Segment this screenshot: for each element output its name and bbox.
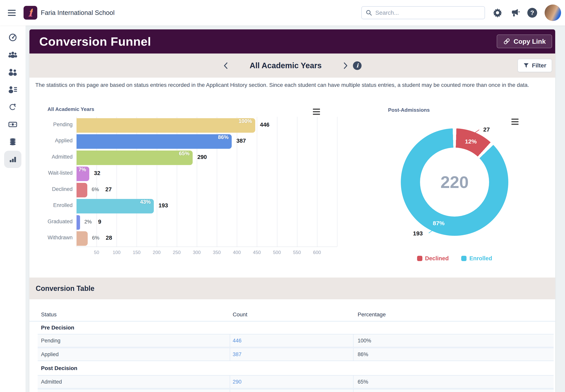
- top-navbar: f Faria International School ?: [0, 0, 565, 26]
- row-band: [38, 348, 554, 361]
- bar-withdrawn: [76, 231, 88, 246]
- bar-percent-label: 65%: [179, 151, 190, 165]
- card-header: Conversion Funnel Copy Link: [30, 29, 555, 54]
- user-avatar[interactable]: [545, 4, 561, 21]
- cell-status: Pending: [41, 334, 60, 347]
- count-link[interactable]: 32: [233, 389, 238, 392]
- x-tick-label: 100: [109, 250, 124, 255]
- cell-status: Wait-listed: [41, 389, 66, 392]
- table-row: Pending446100%: [30, 334, 555, 347]
- bar-admitted: 65%: [76, 151, 193, 165]
- gridline: [277, 117, 277, 247]
- bar-chart-menu-icon[interactable]: [313, 109, 321, 115]
- sidebar-item-billing[interactable]: [4, 116, 21, 133]
- link-icon: [503, 38, 510, 45]
- x-tick-label: 250: [169, 250, 185, 255]
- gridline: [257, 117, 257, 247]
- cell-percentage: 86%: [358, 348, 368, 361]
- copy-link-button[interactable]: Copy Link: [497, 34, 552, 48]
- bar-category-label: Graduated: [30, 219, 73, 226]
- x-tick-label: 50: [89, 250, 104, 255]
- chevron-right-icon[interactable]: [343, 62, 348, 70]
- period-label: All Academic Years: [250, 61, 322, 70]
- help-icon[interactable]: ?: [527, 8, 537, 18]
- x-tick-label: 550: [289, 250, 305, 255]
- question-mark-icon: ?: [527, 8, 537, 18]
- conversion-funnel-card: Conversion Funnel Copy Link All Academic…: [30, 29, 555, 392]
- bar-category-label: Declined: [30, 186, 73, 194]
- bar-applied: 86%: [76, 134, 232, 149]
- gridline: [337, 117, 337, 247]
- x-tick-label: 500: [269, 250, 285, 255]
- period-subheader: All Academic Years i Filter: [30, 54, 555, 78]
- x-tick-label: 300: [189, 250, 205, 255]
- donut-chart-menu-icon[interactable]: [511, 119, 519, 125]
- x-tick-label: 400: [229, 250, 245, 255]
- count-link[interactable]: 290: [233, 375, 241, 389]
- column-separator: [230, 375, 230, 389]
- column-status: Status: [41, 308, 57, 322]
- sidebar-item-re-enrollment[interactable]: [4, 98, 21, 116]
- column-separator: [353, 334, 354, 347]
- legend-enrolled-label: Enrolled: [469, 255, 492, 262]
- x-axis-line: [76, 247, 337, 247]
- bar-category-label: Applied: [30, 138, 73, 145]
- count-link[interactable]: 387: [233, 348, 241, 361]
- refresh-icon: [8, 102, 17, 112]
- bar-percent-label: 100%: [238, 118, 252, 133]
- bar-wait-listed: 7%: [76, 167, 89, 181]
- bar-count-label: 290: [197, 154, 207, 162]
- section-label: Pre Decision: [41, 322, 74, 334]
- declined-swatch-icon: [417, 256, 422, 261]
- sidebar-item-database[interactable]: [4, 133, 21, 151]
- bar-count-label: 387: [236, 138, 246, 145]
- bar-count-label: 9: [98, 219, 101, 226]
- school-logo: f: [24, 6, 37, 20]
- bar-percent-label: 7%: [78, 167, 86, 181]
- sidebar-item-admissions-group[interactable]: [4, 46, 21, 64]
- page-title: Conversion Funnel: [39, 34, 151, 48]
- enrolled-swatch-icon: [461, 256, 466, 261]
- info-icon[interactable]: i: [353, 61, 362, 70]
- sidebar-item-contacts[interactable]: [4, 64, 21, 81]
- search-input[interactable]: [375, 9, 481, 16]
- search-box[interactable]: [361, 6, 485, 19]
- megaphone-icon[interactable]: [510, 8, 520, 18]
- bar-category-label: Wait-listed: [30, 170, 73, 178]
- cell-percentage: 65%: [358, 375, 368, 389]
- conversion-table-title: Conversion Table: [36, 284, 94, 293]
- sidebar-item-analytics[interactable]: [4, 151, 21, 168]
- legend-item-enrolled[interactable]: Enrolled: [461, 255, 492, 262]
- sidebar-item-applicant-profile[interactable]: [4, 81, 21, 98]
- x-tick-label: 450: [249, 250, 265, 255]
- column-separator: [230, 334, 230, 347]
- period-selector: All Academic Years i: [223, 61, 362, 70]
- column-count: Count: [233, 308, 247, 322]
- count-link[interactable]: 446: [233, 334, 241, 347]
- cell-status: Admitted: [41, 375, 62, 389]
- cell-percentage: 7%: [358, 389, 365, 392]
- table-body: Pre DecisionPending446100%Applied38786%P…: [30, 322, 555, 392]
- donut-declined-percent: 12%: [465, 138, 477, 145]
- x-tick-label: 350: [209, 250, 225, 255]
- legend-item-declined[interactable]: Declined: [417, 255, 449, 262]
- donut-chart: 220: [401, 128, 508, 236]
- chevron-left-icon[interactable]: [223, 62, 228, 70]
- speedometer-icon: [8, 33, 17, 42]
- table-row: Wait-listed327%: [30, 389, 555, 392]
- x-tick-label: 600: [309, 250, 325, 255]
- gridline: [297, 117, 297, 247]
- left-sidebar: [0, 26, 26, 392]
- filter-button[interactable]: Filter: [518, 59, 552, 72]
- donut-enrolled-percent: 87%: [433, 220, 445, 226]
- settings-gear-icon[interactable]: [492, 8, 503, 18]
- donut-enrolled-count: 193: [410, 230, 426, 237]
- hamburger-menu-icon[interactable]: [8, 8, 16, 17]
- bar-percent-label: 6%: [92, 186, 99, 194]
- row-band: [38, 389, 554, 392]
- section-label: Post Decision: [41, 362, 77, 375]
- sidebar-item-dashboard[interactable]: [4, 29, 21, 46]
- two-people-icon: [8, 68, 18, 77]
- bar-category-label: Withdrawn: [30, 235, 73, 242]
- bar-chart-title: All Academic Years: [47, 106, 94, 112]
